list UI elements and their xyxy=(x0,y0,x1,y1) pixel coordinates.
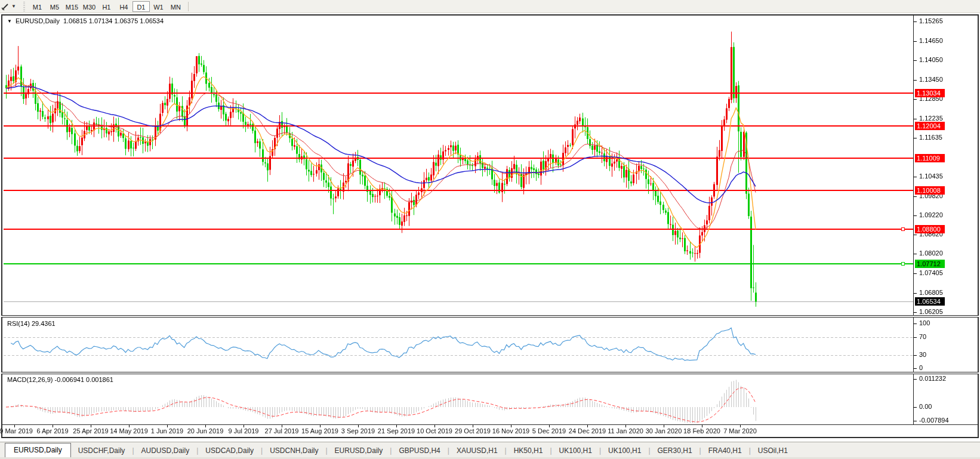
date-axis-label: 27 Jul 2019 xyxy=(261,427,303,435)
date-axis-label: 6 Apr 2019 xyxy=(32,427,73,435)
date-axis-label: 24 Dec 2019 xyxy=(566,427,608,435)
chart-ohlc-header: ▼ EURUSD,Daily 1.06815 1.07134 1.06375 1… xyxy=(7,17,164,24)
price-axis-label: 1.14050 xyxy=(919,56,943,63)
macd-axis-label: 0.00 xyxy=(919,403,932,410)
chart-ohlc-values: 1.06815 1.07134 1.06375 1.06534 xyxy=(63,17,164,24)
price-axis-label: 1.12235 xyxy=(919,115,943,122)
price-axis-label: 1.07405 xyxy=(919,269,943,276)
date-axis-label: 3 Sep 2019 xyxy=(337,427,379,435)
macd-indicator-label: MACD(12,26,9) -0.006941 0.001861 xyxy=(7,376,113,383)
price-axis-label: 1.06205 xyxy=(919,308,943,315)
price-axis-label: 1.09220 xyxy=(919,211,943,218)
date-axis-label: 15 Aug 2019 xyxy=(299,427,341,435)
rsi-axis-label: 70 xyxy=(919,333,926,340)
price-chart-canvas[interactable] xyxy=(0,0,980,459)
price-axis-label: 1.13450 xyxy=(919,76,943,83)
date-axis-label: 10 Oct 2019 xyxy=(414,427,455,435)
date-axis-label: 5 Dec 2019 xyxy=(528,427,570,435)
date-axis-label: 29 Oct 2019 xyxy=(452,427,494,435)
rsi-indicator-label: RSI(14) 29.4361 xyxy=(7,320,56,327)
rsi-panel-splitter[interactable] xyxy=(1,315,979,318)
date-axis-label: 11 Jan 2020 xyxy=(605,427,646,435)
price-line-tag: 1.07712 xyxy=(915,260,945,268)
chart-menu-caret: ▼ xyxy=(7,19,12,24)
date-axis-label: 7 Mar 2020 xyxy=(719,427,761,435)
price-axis-label: 1.06805 xyxy=(919,289,943,296)
macd-axis-label: -0.007894 xyxy=(919,417,949,424)
rsi-axis-label: 30 xyxy=(919,351,926,358)
date-axis-border xyxy=(1,424,979,425)
price-line-tag: 1.12004 xyxy=(915,122,945,130)
chart-symbol-label: EURUSD,Daily xyxy=(16,17,60,24)
date-axis-label: 18 Feb 2020 xyxy=(681,427,723,435)
date-axis-label: 25 Apr 2019 xyxy=(70,427,112,435)
date-axis-label: 19 Mar 2019 xyxy=(0,427,35,435)
date-axis-label: 21 Sep 2019 xyxy=(375,427,417,435)
date-axis-label: 14 May 2019 xyxy=(108,427,150,435)
price-axis-label: 1.11635 xyxy=(919,134,942,141)
rsi-axis-label: 100 xyxy=(919,319,930,326)
price-axis-label: 1.15265 xyxy=(919,17,943,24)
price-line-tag: 1.11009 xyxy=(915,154,945,162)
price-axis-label: 1.08020 xyxy=(919,249,943,257)
price-line-tag: 1.10008 xyxy=(915,186,945,195)
rsi-axis-label: 0 xyxy=(919,364,923,371)
price-line-tag: 1.13034 xyxy=(915,89,945,97)
date-axis-label: 30 Jan 2020 xyxy=(643,427,685,435)
date-axis-label: 20 Jun 2019 xyxy=(184,427,226,435)
macd-panel-splitter[interactable] xyxy=(1,372,979,374)
price-axis-label: 1.14650 xyxy=(919,37,943,44)
macd-axis-label: 0.011232 xyxy=(919,375,946,382)
current-price-tag: 1.06534 xyxy=(915,297,945,306)
price-line-tag: 1.08800 xyxy=(915,225,945,233)
date-axis-label: 16 Nov 2019 xyxy=(490,427,532,435)
price-axis-label: 1.10435 xyxy=(919,172,943,180)
price-axis-border xyxy=(913,14,914,425)
date-axis-label: 1 Jun 2019 xyxy=(146,427,188,435)
date-axis-label: 9 Jul 2019 xyxy=(223,427,264,435)
